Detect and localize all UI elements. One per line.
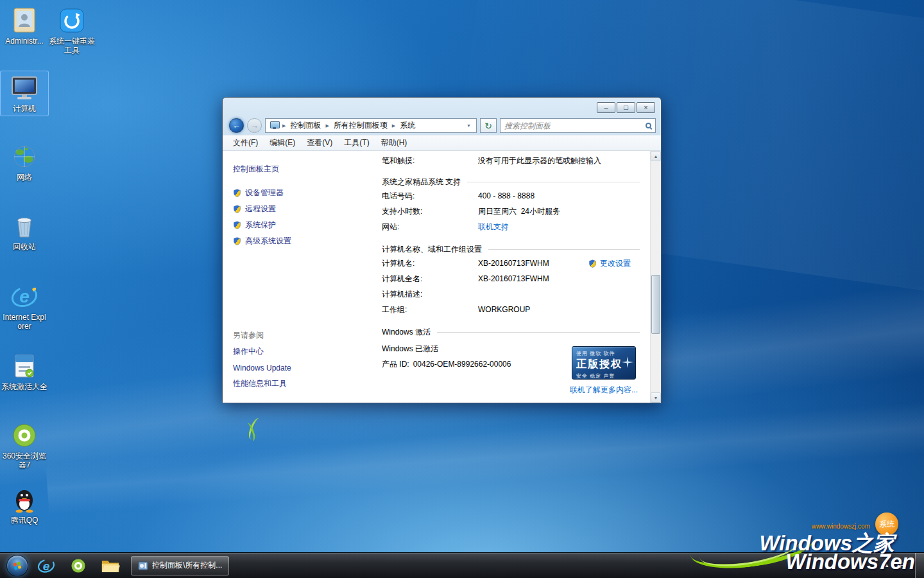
desktop-icon-system-reinstall-tool[interactable]: 系统一键重装工具 (47, 4, 96, 57)
back-arrow-icon: ← (232, 121, 241, 130)
control-panel-icon (138, 561, 148, 571)
computer-icon (10, 74, 38, 102)
desktop-icon-system-activation[interactable]: 系统激活大全 (0, 349, 49, 394)
maximize-button[interactable]: □ (617, 102, 635, 113)
scroll-up-icon: ▲ (654, 154, 658, 159)
taskbar-360-browser[interactable] (64, 553, 92, 578)
administrator-icon (10, 6, 38, 35)
section-divider (488, 249, 640, 250)
product-id-value: 00426-OEM-8992662-00006 (413, 360, 511, 369)
close-button[interactable]: × (637, 102, 655, 113)
learn-more-online-link[interactable]: 联机了解更多内容... (570, 385, 638, 396)
computer-fullname-row: 计算机全名: XB-20160713FWHM (382, 271, 640, 286)
computer-name-row: 计算机名: XB-20160713FWHM 更改设置 (382, 256, 640, 271)
breadcrumb-control-panel[interactable]: 控制面板 (286, 120, 325, 131)
sidebar-performance-tools[interactable]: 性能信息和工具 (233, 376, 357, 392)
maximize-icon: □ (624, 104, 628, 111)
tray-expand-icon[interactable]: ▲ (884, 563, 889, 568)
sidebar-windows-update[interactable]: Windows Update (233, 360, 357, 376)
sidebar-item-label: 系统保护 (245, 220, 276, 231)
support-section-header: 系统之家精品系统 支持 (382, 175, 640, 188)
network-icon (10, 143, 38, 171)
watermark-badge: 系统 (875, 512, 898, 536)
ime-indicator[interactable]: 中 (897, 560, 905, 571)
support-hours-row: 支持小时数: 周日至周六 24小时服务 (382, 204, 640, 219)
genuine-microsoft-badge[interactable]: 使用 微软 软件 正版授权 安全 稳定 声誉 (572, 346, 636, 380)
taskbar-control-panel-task[interactable]: 控制面板\所有控制... (131, 556, 229, 575)
desktop-icon-label: 腾讯QQ (0, 516, 49, 525)
start-button[interactable] (6, 555, 28, 577)
scroll-up-button[interactable]: ▲ (651, 151, 661, 161)
computer-name-label: 计算机名: (382, 258, 478, 269)
menu-view[interactable]: 查看(V) (302, 136, 338, 150)
breadcrumb-dropdown-icon[interactable]: ▼ (464, 123, 474, 128)
internet-explorer-icon: e (37, 557, 55, 575)
sidebar-action-center[interactable]: 操作中心 (233, 344, 357, 360)
website-row: 网站: 联机支持 (382, 219, 640, 234)
desktop-icon-tencent-qq[interactable]: 腾讯QQ (0, 483, 49, 527)
computer-fullname-value: XB-20160713FWHM (478, 274, 549, 283)
desktop-icon-360-browser[interactable]: 360安全浏览器7 (0, 419, 49, 472)
window-titlebar[interactable]: – □ × (223, 98, 661, 116)
refresh-button[interactable]: ↻ (480, 118, 497, 133)
search-box (500, 118, 656, 133)
windows-flag-icon (11, 559, 24, 572)
taskbar: e 控制面板\所有控制... ▲ (0, 552, 924, 578)
change-settings-link[interactable]: 更改设置 (600, 258, 631, 269)
minimize-button[interactable]: – (597, 102, 615, 113)
taskbar-internet-explorer[interactable]: e (32, 553, 60, 578)
activation-section-title: Windows 激活 (382, 327, 431, 338)
forward-button[interactable]: → (247, 118, 262, 133)
system-reinstall-tool-icon (58, 6, 86, 35)
menu-tools[interactable]: 工具(T) (339, 136, 374, 150)
recycle-bin-icon (10, 212, 38, 240)
change-settings[interactable]: 更改设置 (588, 258, 640, 269)
task-label: 控制面板\所有控制... (152, 560, 222, 571)
desktop-icon-network[interactable]: 网络 (0, 140, 49, 184)
online-support-link[interactable]: 联机支持 (478, 222, 509, 232)
system-tray: ▲ 中 (884, 553, 924, 578)
desktop-icon-recycle-bin[interactable]: 回收站 (0, 209, 49, 254)
caption-buttons: – □ × (597, 102, 655, 113)
product-id-label: 产品 ID: (382, 359, 409, 370)
desktop-icon-computer[interactable]: 计算机 (0, 71, 49, 116)
window-content: 控制面板主页 设备管理器 远程设置 系统保护 高级系统设置 另请参阅 (223, 151, 661, 403)
back-button[interactable]: ← (229, 118, 244, 133)
scrollbar-thumb[interactable] (651, 275, 660, 334)
wallpaper-streak (46, 392, 924, 514)
scroll-down-button[interactable]: ▼ (651, 392, 661, 403)
main-panel: 笔和触摸: 没有可用于此显示器的笔或触控输入 系统之家精品系统 支持 电话号码:… (357, 151, 650, 403)
desktop-icon-label: 网络 (0, 173, 49, 182)
desktop: Administr... 系统一键重装工具 计算机 网络 (0, 0, 924, 578)
sidebar-system-protection[interactable]: 系统保护 (233, 217, 357, 233)
desktop-icon-label: 回收站 (0, 242, 49, 251)
computer-name-section-title: 计算机名称、域和工作组设置 (382, 244, 482, 255)
computer-name-value: XB-20160713FWHM (478, 259, 549, 268)
breadcrumb-all-control-panel-items[interactable]: 所有控制面板项 (330, 120, 391, 131)
workgroup-row: 工作组: WORKGROUP (382, 302, 640, 317)
360-browser-icon (70, 557, 87, 574)
activation-block: Windows 已激活 产品 ID: 00426-OEM-8992662-000… (382, 341, 640, 396)
sidebar-device-manager[interactable]: 设备管理器 (233, 185, 357, 201)
sidebar-control-panel-home[interactable]: 控制面板主页 (233, 164, 357, 175)
desktop-icon-label: Administr... (0, 37, 49, 46)
sidebar-advanced-system-settings[interactable]: 高级系统设置 (233, 233, 357, 249)
vertical-scrollbar[interactable]: ▲ ▼ (650, 151, 661, 403)
menu-edit[interactable]: 编辑(E) (264, 136, 300, 150)
360-browser-icon (10, 421, 38, 450)
taskbar-windows-explorer[interactable] (96, 553, 124, 578)
menu-help[interactable]: 帮助(H) (376, 136, 413, 150)
desktop-icon-internet-explorer[interactable]: e Internet Explorer (0, 280, 49, 333)
svg-text:e: e (43, 559, 50, 573)
sidebar-remote-settings[interactable]: 远程设置 (233, 201, 357, 217)
search-input[interactable] (504, 121, 643, 130)
scroll-down-icon: ▼ (654, 396, 658, 400)
menu-file[interactable]: 文件(F) (228, 136, 263, 150)
breadcrumb-system[interactable]: 系统 (396, 120, 419, 131)
sidebar-item-label: 设备管理器 (245, 188, 284, 198)
show-desktop-button[interactable] (915, 553, 924, 578)
uac-shield-icon (233, 237, 241, 245)
support-section-title: 系统之家精品系统 支持 (382, 177, 461, 188)
desktop-icon-administrator[interactable]: Administr... (0, 4, 49, 48)
search-icon[interactable] (646, 123, 651, 128)
